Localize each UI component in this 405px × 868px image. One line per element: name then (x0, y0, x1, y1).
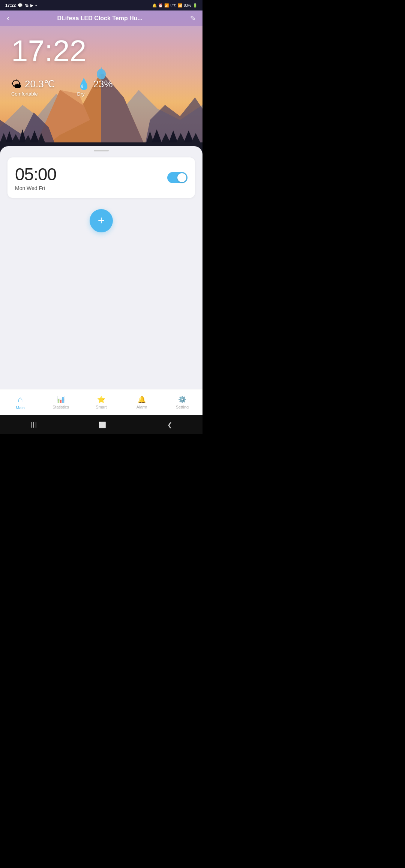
humidity-label: Dry (77, 91, 85, 97)
page-title: DLifesa LED Clock Temp Hu... (57, 15, 142, 22)
status-bar: 17:22 💬 🛍 ▶ • 🔔 ⏰ 📶 LTE 📶 83% 🔋 (0, 0, 202, 10)
status-indicators: 🔔 ⏰ 📶 LTE 📶 83% 🔋 (152, 3, 197, 7)
hero-clock: 17:22 (11, 34, 86, 68)
android-home-bar: ||| ⬜ ❮ (0, 415, 202, 434)
battery-icon: 🔋 (193, 3, 197, 7)
status-time-area: 17:22 💬 🛍 ▶ • (5, 3, 37, 8)
shopify-icon: 🛍 (25, 3, 28, 7)
add-alarm-button[interactable]: + (90, 209, 113, 232)
back-button[interactable]: ‹ (7, 13, 9, 23)
nav-item-smart[interactable]: ⭐ Smart (88, 395, 114, 409)
nav-label-smart: Smart (96, 405, 106, 409)
nav-label-statistics: Statistics (52, 405, 69, 409)
android-back-button[interactable]: ❮ (167, 421, 172, 428)
weather-row: 🌤 20.3℃ Comfortable 💧 23% Dry (11, 78, 113, 97)
alarm-toggle[interactable] (167, 172, 188, 183)
drop-icon: 💧 (77, 78, 90, 90)
alarm-card: 05:00 Mon Wed Fri (8, 157, 195, 198)
android-home-button[interactable]: ⬜ (99, 421, 106, 428)
top-nav: ‹ DLifesa LED Clock Temp Hu... ✎ (0, 10, 202, 26)
humidity-item: 💧 23% Dry (77, 78, 113, 97)
bottom-nav: ⌂ Main 📊 Statistics ⭐ Smart 🔔 Alarm ⚙️ S… (0, 389, 202, 415)
alarm-indicator-icon: 🔔 (152, 3, 157, 7)
sun-icon: 🌤 (11, 78, 22, 90)
dot-icon: • (35, 3, 37, 7)
bottom-sheet: 05:00 Mon Wed Fri + (0, 146, 202, 415)
mountain-illustration (0, 60, 202, 157)
toggle-knob (177, 173, 186, 182)
plus-icon: + (98, 214, 105, 226)
whatsapp-icon: 💬 (18, 3, 23, 8)
clock-indicator-icon: ⏰ (158, 3, 163, 7)
setting-icon: ⚙️ (178, 395, 186, 404)
humidity-row: 💧 23% (77, 78, 113, 90)
nav-item-statistics[interactable]: 📊 Statistics (48, 395, 74, 409)
alarm-time: 05:00 (15, 164, 56, 184)
temperature-item: 🌤 20.3℃ Comfortable (11, 78, 55, 97)
humidity-value: 23% (93, 78, 113, 90)
nav-item-alarm[interactable]: 🔔 Alarm (129, 395, 155, 409)
home-icon: ⌂ (18, 395, 22, 404)
statistics-icon: 📊 (57, 395, 65, 404)
sheet-handle (94, 150, 109, 151)
nav-item-setting[interactable]: ⚙️ Setting (169, 395, 195, 409)
smart-icon: ⭐ (97, 395, 105, 404)
temperature-value: 20.3℃ (25, 78, 55, 90)
nav-label-main: Main (16, 406, 25, 410)
temp-row: 🌤 20.3℃ (11, 78, 55, 90)
youtube-icon: ▶ (30, 3, 33, 7)
alarm-days: Mon Wed Fri (15, 185, 56, 191)
wifi-icon: 📶 (164, 3, 169, 7)
alarm-icon: 🔔 (138, 395, 146, 404)
edit-button[interactable]: ✎ (190, 14, 196, 22)
temperature-label: Comfortable (11, 91, 38, 97)
lte-icon: LTE (170, 3, 176, 7)
nav-label-alarm: Alarm (136, 405, 147, 409)
alarm-time-area: 05:00 Mon Wed Fri (15, 164, 56, 191)
status-time: 17:22 (5, 3, 16, 7)
android-recents-button[interactable]: ||| (30, 421, 37, 428)
nav-label-setting: Setting (176, 405, 189, 409)
signal-icon: 📶 (178, 3, 182, 7)
nav-item-main[interactable]: ⌂ Main (7, 395, 33, 410)
battery-text: 83% (184, 3, 191, 7)
